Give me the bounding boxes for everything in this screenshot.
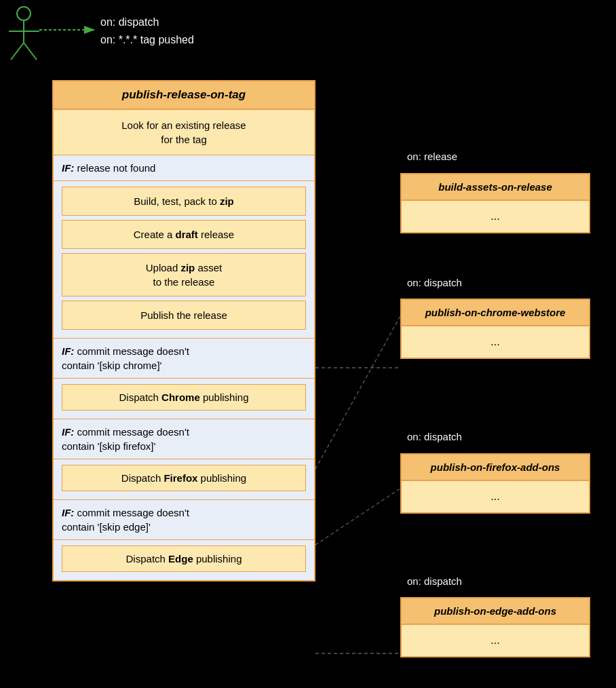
if-skip-chrome: IF: commit message doesn'tcontain '[skip…: [54, 339, 314, 379]
step-create-draft: Create a draft release: [62, 220, 306, 249]
svg-point-6: [17, 7, 31, 20]
build-assets-title: build-assets-on-release: [402, 174, 589, 201]
firefox-title: publish-on-firefox-add-ons: [402, 455, 589, 481]
svg-line-3: [315, 316, 400, 469]
chrome-title: publish-on-chrome-webstore: [402, 300, 589, 326]
chrome-body: ...: [402, 326, 589, 358]
sub-steps-release: Build, test, pack to zip Create a draft …: [54, 181, 314, 339]
svg-line-4: [315, 489, 400, 545]
dispatch-chrome-step: Dispatch Chrome publishing: [62, 384, 306, 410]
dispatch-edge-container: Dispatch Edge publishing: [54, 540, 314, 580]
edge-title: publish-on-edge-add-ons: [402, 598, 589, 625]
dispatch-firefox-step: Dispatch Firefox publishing: [62, 465, 306, 491]
if-release-not-found: IF: release not found: [54, 155, 314, 181]
on-label-chrome-dispatch: on: dispatch: [407, 277, 462, 288]
if-skip-edge: IF: commit message doesn'tcontain '[skip…: [54, 500, 314, 540]
trigger-labels: on: dispatch on: *.*.* tag pushed: [100, 14, 194, 48]
build-assets-body: ...: [402, 201, 589, 232]
edge-body: ...: [402, 625, 589, 656]
on-label-edge-dispatch: on: dispatch: [407, 575, 462, 587]
if-skip-firefox: IF: commit message doesn'tcontain '[skip…: [54, 419, 314, 459]
workflow-title: publish-release-on-tag: [54, 81, 314, 110]
dispatch-firefox-container: Dispatch Firefox publishing: [54, 459, 314, 500]
step-build-zip: Build, test, pack to zip: [62, 187, 306, 216]
on-label-release: on: release: [407, 151, 457, 162]
diagram: on: dispatch on: *.*.* tag pushed publis…: [0, 0, 616, 688]
on-label-firefox-dispatch: on: dispatch: [407, 431, 462, 442]
workflow-build-assets: build-assets-on-release ...: [400, 173, 590, 233]
svg-line-9: [11, 43, 24, 60]
actor-icon: [5, 5, 43, 63]
firefox-body: ...: [402, 481, 589, 512]
step-publish-release: Publish the release: [62, 301, 306, 330]
step-look-for-release: Look for an existing releasefor the tag: [54, 110, 314, 155]
step-upload-zip: Upload zip assetto the release: [62, 253, 306, 297]
svg-line-10: [24, 43, 37, 60]
dispatch-chrome-container: Dispatch Chrome publishing: [54, 379, 314, 419]
main-workflow: publish-release-on-tag Look for an exist…: [52, 80, 315, 581]
workflow-edge: publish-on-edge-add-ons ...: [400, 597, 590, 657]
trigger-line2: on: *.*.* tag pushed: [100, 31, 194, 49]
workflow-chrome: publish-on-chrome-webstore ...: [400, 299, 590, 359]
dispatch-edge-step: Dispatch Edge publishing: [62, 546, 306, 572]
trigger-line1: on: dispatch: [100, 14, 194, 31]
workflow-firefox: publish-on-firefox-add-ons ...: [400, 453, 590, 514]
